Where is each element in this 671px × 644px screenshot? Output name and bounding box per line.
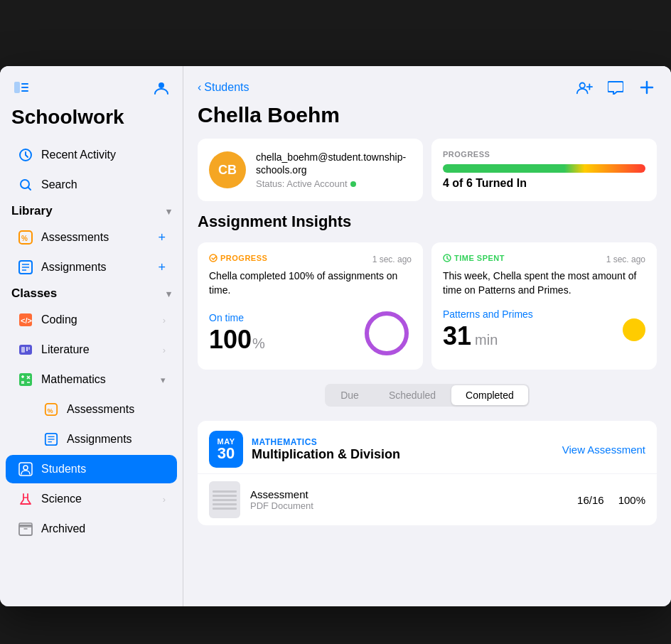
- literature-label: Literature: [41, 343, 156, 356]
- time-tag-label: TIME SPENT: [454, 254, 505, 262]
- time-description: This week, Chella spent the most amount …: [443, 269, 645, 297]
- time-tag: TIME SPENT: [443, 254, 505, 262]
- coding-label: Coding: [41, 313, 156, 326]
- mathematics-icon: [17, 371, 34, 388]
- svg-rect-3: [21, 90, 28, 92]
- library-chevron-icon: ▾: [166, 206, 171, 217]
- recent-activity-label: Recent Activity: [41, 149, 166, 161]
- item-type: PDF Document: [250, 500, 567, 511]
- math-assessments-label: Assessments: [67, 403, 166, 416]
- back-button[interactable]: ‹ Students: [198, 81, 249, 94]
- time-stat: Patterns and Primes 31 min: [443, 308, 533, 351]
- date-day: 30: [218, 446, 235, 461]
- header-actions: [574, 77, 657, 97]
- sidebar: Schoolwork Recent Activity Search Librar…: [0, 66, 183, 606]
- active-status-dot: [350, 181, 356, 187]
- main-body: CB chella_boehm@student.township-schools…: [183, 139, 671, 540]
- science-label: Science: [41, 493, 156, 505]
- progress-card: PROGRESS 4 of 6 Turned In: [431, 139, 657, 201]
- students-label: Students: [41, 463, 166, 476]
- insights-title: Assignment Insights: [198, 213, 657, 231]
- time-insight-card: TIME SPENT 1 sec. ago This week, Chella …: [431, 242, 657, 370]
- sidebar-toggle-button[interactable]: [11, 77, 31, 97]
- math-assessments-icon: %: [43, 401, 60, 418]
- mathematics-chevron-icon: ▾: [161, 375, 166, 385]
- doc-line: [213, 495, 237, 497]
- tab-due[interactable]: Due: [326, 385, 373, 405]
- tab-completed[interactable]: Completed: [451, 385, 528, 405]
- time-value: 31 min: [443, 321, 533, 351]
- sidebar-item-science[interactable]: Science ›: [6, 485, 177, 513]
- svg-point-4: [159, 82, 164, 88]
- library-section-header[interactable]: Library ▾: [0, 200, 183, 222]
- archived-label: Archived: [41, 522, 166, 535]
- back-chevron-icon: ‹: [198, 81, 201, 94]
- progress-bar: [443, 164, 645, 173]
- sidebar-item-coding[interactable]: </> Coding ›: [6, 306, 177, 334]
- score-fraction: 16/16: [577, 494, 604, 506]
- assignment-name: Multiplication & Division: [252, 447, 554, 462]
- classes-label: Classes: [11, 286, 57, 301]
- on-time-unit: %: [252, 336, 265, 352]
- sidebar-item-archived[interactable]: Archived: [6, 515, 177, 543]
- progress-stat: On time 100%: [209, 312, 265, 355]
- add-button[interactable]: [637, 77, 657, 97]
- assignment-item: Assessment PDF Document 16/16 100%: [198, 473, 657, 525]
- profile-info: chella_boehm@student.township-schools.or…: [256, 151, 412, 189]
- add-assessments-button[interactable]: +: [158, 230, 166, 245]
- math-assignments-icon: [43, 431, 60, 448]
- assignment-scores: 16/16 100%: [577, 494, 645, 506]
- sidebar-item-mathematics[interactable]: Mathematics ▾: [6, 365, 177, 394]
- app-title: Schoolwork: [0, 106, 183, 140]
- on-time-label: On time: [209, 312, 265, 323]
- coding-icon: </>: [17, 311, 34, 328]
- sidebar-top-bar: [0, 77, 183, 106]
- classes-chevron-icon: ▾: [166, 289, 171, 299]
- students-icon: [17, 461, 34, 478]
- main-header: ‹ Students: [183, 66, 671, 103]
- time-timestamp: 1 sec. ago: [606, 254, 645, 264]
- avatar: CB: [209, 151, 246, 188]
- mathematics-label: Mathematics: [41, 373, 154, 386]
- tab-bar-container: Due Scheduled Completed: [198, 381, 657, 409]
- profile-progress-row: CB chella_boehm@student.township-schools…: [198, 139, 657, 201]
- progress-stat-row: On time 100%: [209, 308, 412, 358]
- add-student-group-button[interactable]: [574, 77, 594, 97]
- science-icon: [17, 490, 34, 508]
- add-assignments-button[interactable]: +: [158, 260, 166, 275]
- time-dot-indicator: [623, 318, 645, 341]
- sidebar-item-recent-activity[interactable]: Recent Activity: [6, 141, 177, 169]
- profile-icon-button[interactable]: [151, 77, 171, 97]
- assessments-icon: %: [17, 229, 34, 246]
- progress-tag-label: PROGRESS: [220, 254, 267, 262]
- sidebar-item-literature[interactable]: Literature ›: [6, 336, 177, 364]
- svg-rect-17: [26, 347, 28, 351]
- insights-cards-row: PROGRESS 1 sec. ago Chella completed 100…: [198, 242, 657, 370]
- svg-point-39: [580, 83, 585, 88]
- doc-lines: [209, 486, 240, 514]
- progress-description: Chella completed 100% of assignments on …: [209, 269, 412, 297]
- search-icon: [17, 176, 34, 193]
- math-assignments-label: Assignments: [67, 433, 166, 446]
- score-percent: 100%: [618, 494, 645, 506]
- sidebar-item-math-assessments[interactable]: % Assessments: [6, 395, 177, 424]
- library-assignments-label: Assignments: [41, 261, 151, 274]
- svg-rect-0: [14, 82, 20, 93]
- sidebar-item-students[interactable]: Students: [6, 455, 177, 483]
- sidebar-item-library-assessments[interactable]: % Assessments +: [6, 223, 177, 252]
- progress-label: PROGRESS: [443, 150, 645, 159]
- doc-line: [213, 508, 237, 510]
- tab-scheduled[interactable]: Scheduled: [375, 385, 450, 405]
- view-assessment-button[interactable]: View Assessment: [562, 444, 645, 456]
- coding-chevron-icon: ›: [163, 315, 166, 326]
- status-text: Status: Active Account: [256, 178, 412, 189]
- sidebar-item-math-assignments[interactable]: Assignments: [6, 425, 177, 454]
- svg-point-34: [23, 466, 28, 470]
- sidebar-item-search[interactable]: Search: [6, 171, 177, 199]
- chat-button[interactable]: [606, 77, 626, 97]
- subject-label: Patterns and Primes: [443, 308, 533, 320]
- library-label: Library: [11, 204, 53, 218]
- sidebar-item-library-assignments[interactable]: Assignments +: [6, 253, 177, 281]
- classes-section-header[interactable]: Classes ▾: [0, 282, 183, 305]
- svg-rect-18: [28, 347, 30, 350]
